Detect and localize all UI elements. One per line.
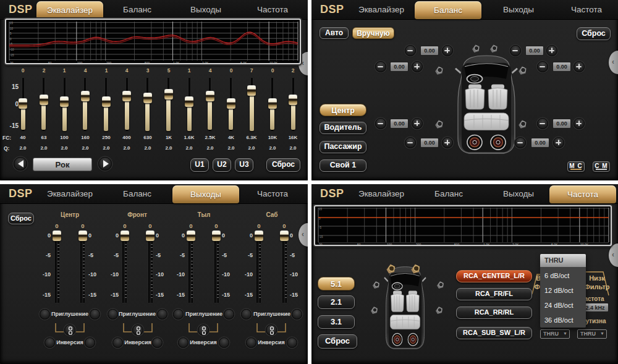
svg-text:200: 200 bbox=[416, 243, 421, 245]
svg-text:500: 500 bbox=[145, 61, 150, 64]
svg-text:50: 50 bbox=[48, 61, 52, 64]
svg-text:15: 15 bbox=[10, 22, 14, 25]
svg-text:-15: -15 bbox=[10, 54, 14, 57]
svg-text:100: 100 bbox=[387, 243, 392, 245]
svg-text:20K: 20K bbox=[298, 61, 300, 64]
svg-text:100: 100 bbox=[77, 61, 83, 64]
svg-text:1.0K: 1.0K bbox=[483, 243, 490, 245]
svg-text:20K: 20K bbox=[609, 243, 611, 245]
svg-text:200: 200 bbox=[106, 61, 112, 64]
svg-text:5.0K: 5.0K bbox=[240, 61, 247, 64]
svg-text:5: 5 bbox=[10, 32, 12, 35]
svg-text:-15: -15 bbox=[319, 235, 323, 239]
svg-text:2.0K: 2.0K bbox=[512, 243, 519, 245]
svg-text:1.0K: 1.0K bbox=[173, 61, 180, 64]
svg-text:50: 50 bbox=[357, 243, 361, 245]
svg-text:15: 15 bbox=[319, 208, 323, 211]
svg-text:5.0K: 5.0K bbox=[551, 243, 558, 245]
svg-text:2.0K: 2.0K bbox=[202, 61, 209, 64]
svg-text:0: 0 bbox=[10, 38, 12, 41]
svg-text:-10: -10 bbox=[10, 48, 14, 51]
svg-text:10.0K: 10.0K bbox=[269, 61, 278, 64]
svg-text:10: 10 bbox=[10, 27, 14, 30]
svg-text:10.0K: 10.0K bbox=[580, 243, 589, 245]
svg-text:20: 20 bbox=[319, 243, 323, 245]
svg-text:20: 20 bbox=[10, 61, 14, 64]
svg-text:-5: -5 bbox=[319, 226, 321, 229]
svg-text:500: 500 bbox=[454, 243, 460, 245]
